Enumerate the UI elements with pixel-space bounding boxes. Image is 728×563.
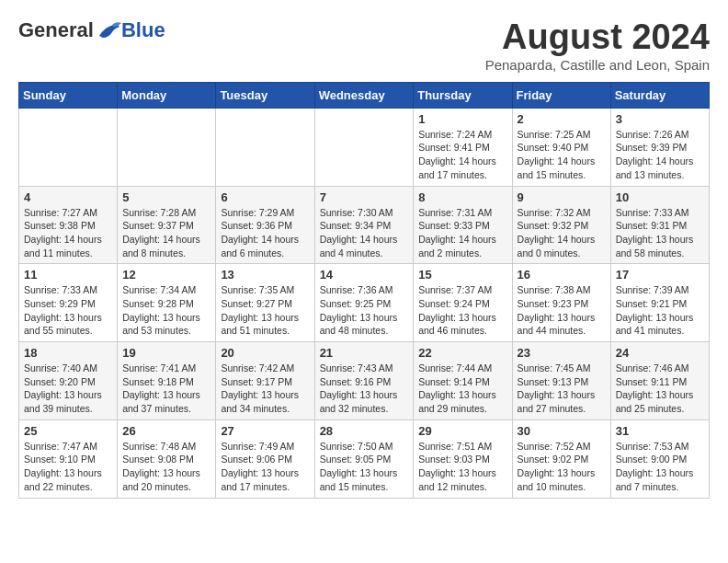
day-number: 31 (616, 424, 704, 438)
day-info: Sunrise: 7:47 AM Sunset: 9:10 PM Dayligh… (24, 440, 112, 494)
day-info: Sunrise: 7:41 AM Sunset: 9:18 PM Dayligh… (122, 362, 210, 416)
day-info: Sunrise: 7:40 AM Sunset: 9:20 PM Dayligh… (24, 362, 112, 416)
day-info: Sunrise: 7:28 AM Sunset: 9:37 PM Dayligh… (122, 206, 210, 260)
day-info: Sunrise: 7:32 AM Sunset: 9:32 PM Dayligh… (518, 206, 606, 260)
calendar-week-3: 11Sunrise: 7:33 AM Sunset: 9:29 PM Dayli… (19, 264, 710, 342)
day-number: 1 (418, 112, 506, 126)
day-number: 10 (616, 190, 704, 204)
calendar-table: SundayMondayTuesdayWednesdayThursdayFrid… (18, 82, 710, 499)
calendar-week-4: 18Sunrise: 7:40 AM Sunset: 9:20 PM Dayli… (19, 342, 710, 420)
column-header-sunday: Sunday (19, 82, 118, 108)
day-info: Sunrise: 7:44 AM Sunset: 9:14 PM Dayligh… (418, 362, 506, 416)
day-number: 26 (122, 424, 210, 438)
day-info: Sunrise: 7:51 AM Sunset: 9:03 PM Dayligh… (418, 440, 506, 494)
calendar-cell: 23Sunrise: 7:45 AM Sunset: 9:13 PM Dayli… (512, 342, 610, 420)
logo-bird-icon (96, 19, 121, 41)
day-info: Sunrise: 7:33 AM Sunset: 9:31 PM Dayligh… (616, 206, 704, 260)
calendar-cell: 28Sunrise: 7:50 AM Sunset: 9:05 PM Dayli… (314, 419, 414, 498)
day-number: 9 (518, 190, 606, 204)
day-info: Sunrise: 7:31 AM Sunset: 9:33 PM Dayligh… (418, 206, 506, 260)
logo: General Blue (18, 18, 165, 42)
day-info: Sunrise: 7:39 AM Sunset: 9:21 PM Dayligh… (616, 283, 704, 338)
day-info: Sunrise: 7:52 AM Sunset: 9:02 PM Dayligh… (518, 440, 606, 494)
calendar-cell: 19Sunrise: 7:41 AM Sunset: 9:18 PM Dayli… (118, 342, 216, 420)
calendar-header-row: SundayMondayTuesdayWednesdayThursdayFrid… (19, 82, 710, 108)
calendar-cell: 18Sunrise: 7:40 AM Sunset: 9:20 PM Dayli… (19, 342, 118, 420)
calendar-cell: 4Sunrise: 7:27 AM Sunset: 9:38 PM Daylig… (19, 186, 118, 264)
day-info: Sunrise: 7:26 AM Sunset: 9:39 PM Dayligh… (616, 128, 704, 182)
calendar-week-5: 25Sunrise: 7:47 AM Sunset: 9:10 PM Dayli… (19, 419, 710, 498)
day-number: 22 (418, 346, 506, 360)
day-number: 7 (320, 190, 409, 204)
day-info: Sunrise: 7:45 AM Sunset: 9:13 PM Dayligh… (518, 362, 606, 416)
day-info: Sunrise: 7:53 AM Sunset: 9:00 PM Dayligh… (616, 440, 704, 494)
calendar-cell: 1Sunrise: 7:24 AM Sunset: 9:41 PM Daylig… (414, 108, 512, 186)
calendar-cell: 12Sunrise: 7:34 AM Sunset: 9:28 PM Dayli… (118, 264, 216, 342)
day-info: Sunrise: 7:43 AM Sunset: 9:16 PM Dayligh… (320, 362, 409, 416)
day-number: 5 (122, 190, 210, 204)
calendar-week-1: 1Sunrise: 7:24 AM Sunset: 9:41 PM Daylig… (19, 108, 710, 186)
calendar-cell (216, 108, 314, 186)
calendar-cell: 7Sunrise: 7:30 AM Sunset: 9:34 PM Daylig… (314, 186, 414, 264)
calendar-cell: 30Sunrise: 7:52 AM Sunset: 9:02 PM Dayli… (512, 419, 610, 498)
calendar-cell: 26Sunrise: 7:48 AM Sunset: 9:08 PM Dayli… (118, 419, 216, 498)
day-number: 3 (616, 112, 704, 126)
day-info: Sunrise: 7:38 AM Sunset: 9:23 PM Dayligh… (518, 283, 606, 338)
day-number: 16 (518, 268, 606, 282)
calendar-cell: 15Sunrise: 7:37 AM Sunset: 9:24 PM Dayli… (414, 264, 512, 342)
day-number: 23 (518, 346, 606, 360)
calendar-cell (118, 108, 216, 186)
day-info: Sunrise: 7:36 AM Sunset: 9:25 PM Dayligh… (320, 283, 409, 338)
calendar-cell: 11Sunrise: 7:33 AM Sunset: 9:29 PM Dayli… (19, 264, 118, 342)
title-block: August 2024 Penaparda, Castille and Leon… (485, 18, 710, 73)
logo-general-text: General (18, 18, 94, 42)
calendar-cell: 10Sunrise: 7:33 AM Sunset: 9:31 PM Dayli… (610, 186, 709, 264)
page-header: General Blue August 2024 Penaparda, Cast… (18, 18, 710, 73)
day-info: Sunrise: 7:48 AM Sunset: 9:08 PM Dayligh… (122, 440, 210, 494)
column-header-wednesday: Wednesday (314, 82, 414, 108)
day-number: 29 (418, 424, 506, 438)
calendar-week-2: 4Sunrise: 7:27 AM Sunset: 9:38 PM Daylig… (19, 186, 710, 264)
calendar-cell: 20Sunrise: 7:42 AM Sunset: 9:17 PM Dayli… (216, 342, 314, 420)
column-header-tuesday: Tuesday (216, 82, 314, 108)
day-info: Sunrise: 7:37 AM Sunset: 9:24 PM Dayligh… (418, 283, 506, 338)
day-number: 17 (616, 268, 704, 282)
calendar-cell: 21Sunrise: 7:43 AM Sunset: 9:16 PM Dayli… (314, 342, 414, 420)
day-number: 13 (221, 268, 309, 282)
calendar-cell: 29Sunrise: 7:51 AM Sunset: 9:03 PM Dayli… (414, 419, 512, 498)
calendar-cell: 14Sunrise: 7:36 AM Sunset: 9:25 PM Dayli… (314, 264, 414, 342)
day-info: Sunrise: 7:29 AM Sunset: 9:36 PM Dayligh… (221, 206, 309, 260)
calendar-cell: 9Sunrise: 7:32 AM Sunset: 9:32 PM Daylig… (512, 186, 610, 264)
calendar-cell: 22Sunrise: 7:44 AM Sunset: 9:14 PM Dayli… (414, 342, 512, 420)
day-number: 14 (320, 268, 409, 282)
column-header-friday: Friday (512, 82, 610, 108)
day-number: 15 (418, 268, 506, 282)
day-number: 19 (122, 346, 210, 360)
day-number: 18 (24, 346, 112, 360)
column-header-monday: Monday (118, 82, 216, 108)
logo-blue-text: Blue (121, 18, 165, 42)
day-number: 11 (24, 268, 112, 282)
day-number: 21 (320, 346, 409, 360)
day-info: Sunrise: 7:49 AM Sunset: 9:06 PM Dayligh… (221, 440, 309, 494)
calendar-cell: 13Sunrise: 7:35 AM Sunset: 9:27 PM Dayli… (216, 264, 314, 342)
calendar-cell (314, 108, 414, 186)
day-number: 6 (221, 190, 309, 204)
day-number: 8 (418, 190, 506, 204)
day-number: 28 (320, 424, 409, 438)
calendar-cell: 27Sunrise: 7:49 AM Sunset: 9:06 PM Dayli… (216, 419, 314, 498)
day-info: Sunrise: 7:42 AM Sunset: 9:17 PM Dayligh… (221, 362, 309, 416)
day-number: 25 (24, 424, 112, 438)
day-info: Sunrise: 7:30 AM Sunset: 9:34 PM Dayligh… (320, 206, 409, 260)
day-number: 2 (518, 112, 606, 126)
calendar-cell: 16Sunrise: 7:38 AM Sunset: 9:23 PM Dayli… (512, 264, 610, 342)
column-header-saturday: Saturday (610, 82, 709, 108)
calendar-cell: 31Sunrise: 7:53 AM Sunset: 9:00 PM Dayli… (610, 419, 709, 498)
calendar-cell: 3Sunrise: 7:26 AM Sunset: 9:39 PM Daylig… (610, 108, 709, 186)
day-info: Sunrise: 7:24 AM Sunset: 9:41 PM Dayligh… (418, 128, 506, 182)
day-info: Sunrise: 7:46 AM Sunset: 9:11 PM Dayligh… (616, 362, 704, 416)
day-number: 4 (24, 190, 112, 204)
calendar-cell: 6Sunrise: 7:29 AM Sunset: 9:36 PM Daylig… (216, 186, 314, 264)
calendar-cell: 25Sunrise: 7:47 AM Sunset: 9:10 PM Dayli… (19, 419, 118, 498)
calendar-cell: 17Sunrise: 7:39 AM Sunset: 9:21 PM Dayli… (610, 264, 709, 342)
